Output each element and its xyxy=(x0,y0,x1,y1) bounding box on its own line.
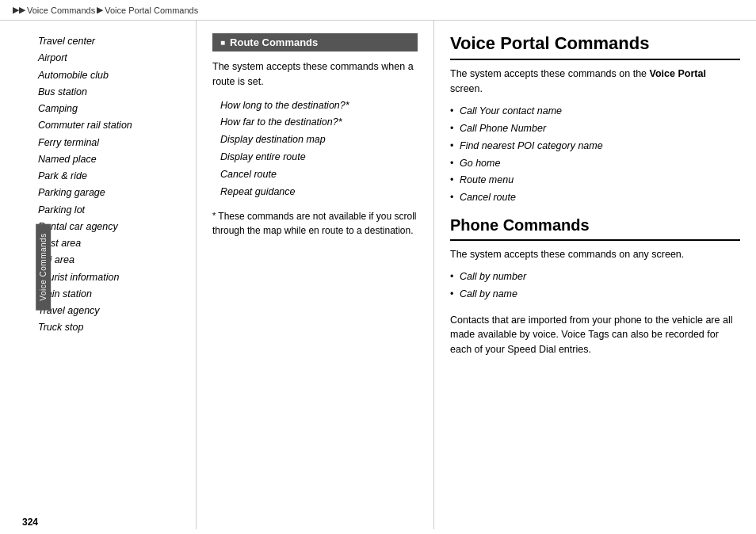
voice-portal-divider xyxy=(450,59,740,60)
left-column-item: Airport xyxy=(38,50,186,67)
main-content: Travel centerAirportAutomobile clubBus s… xyxy=(0,21,756,529)
route-command-item: Repeat guidance xyxy=(220,184,418,201)
breadcrumb-arrows: ▶▶ xyxy=(13,5,25,15)
left-column-item: Rest area xyxy=(38,235,186,252)
left-column-item: Truck stop xyxy=(38,319,186,336)
left-column-item: Rental car agency xyxy=(38,219,186,235)
voice-portal-bullet-item: Route menu xyxy=(450,172,740,189)
left-column-item: Commuter rail station xyxy=(38,117,186,134)
voice-portal-title: Voice Portal Commands xyxy=(450,33,740,54)
voice-portal-bullet-list: Call Your contact nameCall Phone NumberF… xyxy=(450,103,740,207)
left-column-item: Train station xyxy=(38,286,186,303)
phone-commands-intro: The system accepts these commands on any… xyxy=(450,247,740,262)
breadcrumb-part2: Voice Portal Commands xyxy=(105,6,198,15)
route-commands-title: Route Commands xyxy=(230,36,318,48)
left-column-item: Ski area xyxy=(38,252,186,269)
route-commands-intro: The system accepts these commands when a… xyxy=(212,59,418,90)
route-command-item: Display entire route xyxy=(220,149,418,166)
route-command-item: Display destination map xyxy=(220,132,418,149)
phone-commands-divider xyxy=(450,239,740,241)
voice-portal-bullet-item: Call Phone Number xyxy=(450,120,740,138)
voice-portal-bullet-item: Cancel route xyxy=(450,189,740,207)
left-column-item: Travel center xyxy=(38,33,186,50)
left-column-item: Parking lot xyxy=(38,202,186,219)
phone-commands-title: Phone Commands xyxy=(450,216,740,235)
contacts-text: Contacts that are imported from your pho… xyxy=(450,313,740,357)
left-column-item: Park & ride xyxy=(38,168,186,185)
route-commands-footnote: * These commands are not available if yo… xyxy=(212,209,418,238)
middle-column: Route Commands The system accepts these … xyxy=(197,21,434,529)
side-tab-label: Voice Commands xyxy=(36,223,51,310)
left-column-item: Named place xyxy=(38,151,186,168)
right-column: Voice Portal Commands The system accepts… xyxy=(434,21,756,529)
breadcrumb: ▶▶ Voice Commands ▶ Voice Portal Command… xyxy=(0,0,756,21)
route-command-item: How far to the destination?* xyxy=(220,114,418,132)
phone-bullet-item: Call by name xyxy=(450,286,740,303)
breadcrumb-sep1: ▶ xyxy=(97,5,103,15)
route-command-item: Cancel route xyxy=(220,166,418,184)
left-column-item: Ferry terminal xyxy=(38,135,186,151)
voice-portal-bullet-item: Go home xyxy=(450,155,740,173)
voice-portal-bold: Voice Portal xyxy=(650,68,706,79)
voice-portal-bullet-item: Call Your contact name xyxy=(450,103,740,120)
phone-bullet-item: Call by number xyxy=(450,269,740,286)
left-column-item: Tourist information xyxy=(38,269,186,286)
route-command-list: How long to the destination?*How far to … xyxy=(212,97,418,201)
route-command-item: How long to the destination?* xyxy=(220,97,418,115)
page-number: 324 xyxy=(22,517,38,528)
voice-portal-bullet-item: Find nearest POI category name xyxy=(450,138,740,155)
voice-portal-intro: The system accepts these commands on the… xyxy=(450,67,740,97)
phone-bullet-list: Call by numberCall by name xyxy=(450,269,740,303)
left-column-item: Parking garage xyxy=(38,185,186,201)
left-column-item: Travel agency xyxy=(38,303,186,319)
breadcrumb-part1: Voice Commands xyxy=(27,6,95,15)
left-column-item: Camping xyxy=(38,101,186,117)
left-column-item: Bus station xyxy=(38,84,186,101)
left-column-item: Automobile club xyxy=(38,67,186,84)
route-commands-header: Route Commands xyxy=(212,33,418,51)
